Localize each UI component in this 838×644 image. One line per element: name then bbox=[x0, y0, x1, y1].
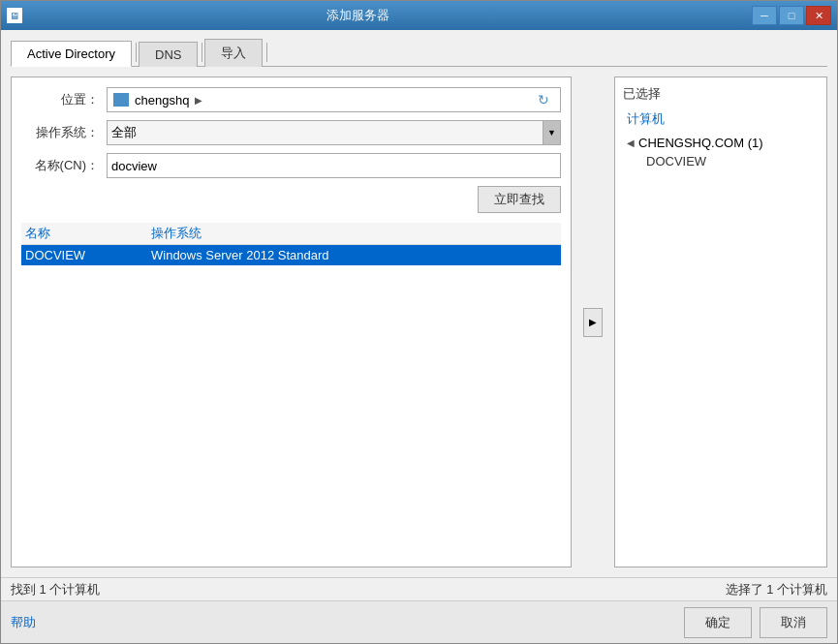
help-link[interactable]: 帮助 bbox=[11, 614, 36, 631]
expand-icon: ◀ bbox=[627, 138, 635, 148]
left-panel: 位置： chengshq ▶ ↻ 操作系统： 全部 bbox=[11, 77, 572, 567]
titlebar-buttons: ─ □ ✕ bbox=[752, 6, 831, 25]
group-name: CHENGSHQ.COM (1) bbox=[638, 136, 763, 150]
name-input[interactable] bbox=[107, 153, 561, 178]
cancel-button[interactable]: 取消 bbox=[760, 607, 827, 638]
os-label: 操作系统： bbox=[21, 124, 99, 141]
folder-icon bbox=[113, 93, 129, 107]
minimize-button[interactable]: ─ bbox=[752, 6, 777, 25]
bottom-buttons: 确定 取消 bbox=[684, 607, 827, 638]
tab-separator-1 bbox=[136, 43, 137, 62]
tabbar: Active Directory DNS 导入 bbox=[11, 30, 827, 67]
transfer-column: ▶ bbox=[581, 77, 605, 567]
location-label: 位置： bbox=[21, 91, 99, 108]
location-row: 位置： chengshq ▶ ↻ bbox=[21, 87, 561, 112]
location-inner: chengshq ▶ bbox=[113, 93, 202, 107]
status-left: 找到 1 个计算机 bbox=[11, 581, 100, 598]
location-field[interactable]: chengshq ▶ ↻ bbox=[107, 87, 561, 112]
result-os: Windows Server 2012 Standard bbox=[151, 248, 557, 262]
status-right: 选择了 1 个计算机 bbox=[726, 581, 827, 598]
search-button[interactable]: 立即查找 bbox=[478, 186, 561, 213]
os-row: 操作系统： 全部 ▼ bbox=[21, 120, 561, 145]
name-label: 名称(CN)： bbox=[21, 157, 99, 174]
status-bar: 找到 1 个计算机 选择了 1 个计算机 bbox=[1, 577, 837, 600]
titlebar: 🖥 添加服务器 ─ □ ✕ bbox=[1, 1, 837, 30]
right-panel-title: 已选择 bbox=[623, 85, 819, 103]
col-name-header[interactable]: 名称 bbox=[25, 225, 151, 242]
selected-group[interactable]: ◀ CHENGSHQ.COM (1) bbox=[623, 134, 819, 152]
os-select[interactable]: 全部 ▼ bbox=[107, 120, 561, 145]
confirm-button[interactable]: 确定 bbox=[684, 607, 752, 638]
col-os-header[interactable]: 操作系统 bbox=[151, 225, 557, 242]
selected-computers-header: 计算机 bbox=[623, 108, 819, 130]
titlebar-left: 🖥 bbox=[7, 8, 22, 23]
location-arrow-icon: ▶ bbox=[195, 95, 202, 106]
tab-active-directory[interactable]: Active Directory bbox=[11, 41, 132, 67]
table-row[interactable]: DOCVIEW Windows Server 2012 Standard bbox=[21, 245, 561, 265]
dropdown-arrow-icon: ▼ bbox=[543, 121, 560, 144]
list-item[interactable]: DOCVIEW bbox=[623, 152, 819, 170]
window-title: 添加服务器 bbox=[22, 7, 694, 24]
os-value: 全部 bbox=[111, 124, 137, 141]
main-body: 位置： chengshq ▶ ↻ 操作系统： 全部 bbox=[1, 67, 837, 577]
bottom-bar: 帮助 确定 取消 bbox=[1, 600, 837, 643]
tab-separator-2 bbox=[202, 43, 202, 62]
transfer-button[interactable]: ▶ bbox=[583, 308, 603, 337]
tab-dns[interactable]: DNS bbox=[139, 42, 198, 67]
search-btn-row: 立即查找 bbox=[21, 186, 561, 213]
main-window: 🖥 添加服务器 ─ □ ✕ Active Directory DNS 导入 bbox=[0, 0, 838, 644]
results-body: DOCVIEW Windows Server 2012 Standard bbox=[21, 245, 561, 557]
refresh-button[interactable]: ↻ bbox=[533, 89, 554, 110]
close-button[interactable]: ✕ bbox=[806, 6, 831, 25]
window-icon: 🖥 bbox=[7, 8, 22, 23]
selected-list: 计算机 ◀ CHENGSHQ.COM (1) DOCVIEW bbox=[623, 108, 819, 559]
content-area: Active Directory DNS 导入 位置： bbox=[1, 30, 837, 643]
location-value: chengshq bbox=[135, 93, 189, 107]
maximize-button[interactable]: □ bbox=[779, 6, 804, 25]
tab-import[interactable]: 导入 bbox=[204, 39, 263, 67]
right-panel: 已选择 计算机 ◀ CHENGSHQ.COM (1) DOCVIEW bbox=[614, 77, 827, 567]
results-header: 名称 操作系统 bbox=[21, 223, 561, 245]
name-row: 名称(CN)： bbox=[21, 153, 561, 178]
tab-separator-3 bbox=[266, 43, 267, 62]
result-name: DOCVIEW bbox=[25, 248, 151, 262]
